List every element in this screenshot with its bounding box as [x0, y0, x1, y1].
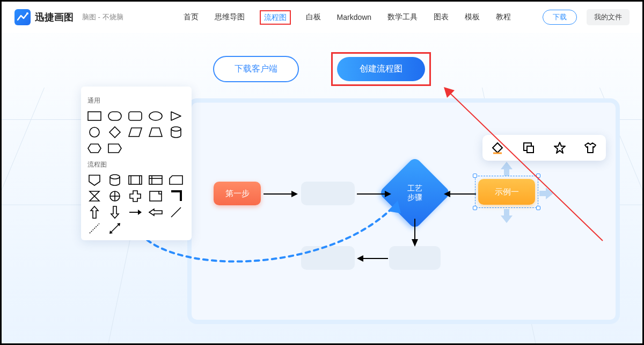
svg-rect-33 [150, 191, 162, 201]
nav-flowchart-highlight: 流程图 [260, 10, 291, 25]
svg-point-16 [171, 127, 181, 131]
shape-rect-icon[interactable] [86, 110, 103, 123]
svg-marker-57 [444, 191, 450, 197]
shape-predefined-icon[interactable] [127, 174, 143, 186]
shape-trapezoid-icon[interactable] [148, 126, 164, 139]
shape-hexagon-icon[interactable] [86, 142, 103, 155]
shape-summing-icon[interactable] [107, 190, 123, 203]
svg-line-3 [2, 88, 45, 343]
create-flowchart-highlight: 创建流程图 [331, 52, 431, 86]
svg-line-41 [111, 224, 119, 233]
selection-outline [475, 176, 538, 208]
svg-rect-8 [108, 112, 121, 120]
shape-collate-icon[interactable] [86, 190, 103, 203]
svg-rect-47 [527, 146, 533, 153]
hero-actions: 下载客户端 创建流程图 [2, 52, 642, 86]
main-nav: 首页 思维导图 流程图 白板 Markdown 数学工具 图表 模板 教程 [182, 10, 513, 25]
brand-logo-icon [14, 9, 31, 25]
shape-arrow-left-icon[interactable] [148, 206, 164, 219]
svg-marker-44 [493, 143, 502, 153]
svg-rect-9 [129, 112, 142, 120]
shape-cylinder-icon[interactable] [168, 126, 184, 139]
shape-roundrect-icon[interactable] [107, 110, 123, 123]
connector-4 [411, 218, 419, 248]
palette-group-general: 通用 [87, 96, 185, 105]
svg-marker-11 [171, 112, 181, 120]
svg-marker-59 [412, 239, 418, 247]
svg-line-39 [171, 207, 181, 217]
shape-bidir-line-icon[interactable] [107, 222, 123, 235]
selection-arrow-up-icon[interactable] [500, 161, 514, 177]
shape-note-icon[interactable] [148, 190, 164, 203]
svg-marker-32 [130, 191, 141, 202]
svg-point-12 [90, 127, 99, 137]
svg-marker-18 [108, 144, 121, 153]
shape-line-icon[interactable] [168, 206, 184, 219]
shape-arrow-up-icon[interactable] [86, 206, 103, 219]
shape-parallelogram-icon[interactable] [127, 126, 143, 139]
shape-internal-icon[interactable] [148, 174, 164, 186]
tool-star-icon[interactable] [552, 140, 567, 155]
svg-rect-7 [88, 112, 101, 120]
nav-mindmap[interactable]: 思维导图 [214, 10, 246, 24]
tool-arrange-icon[interactable] [521, 140, 536, 155]
brand[interactable]: 迅捷画图 脑图 - 不烧脑 [14, 9, 123, 25]
brand-subtitle: 脑图 - 不烧脑 [82, 12, 123, 22]
svg-point-20 [110, 175, 120, 179]
nav-markdown[interactable]: Markdown [336, 11, 373, 24]
nav-home[interactable]: 首页 [182, 10, 200, 24]
nav-template[interactable]: 模板 [464, 10, 481, 24]
tool-fill-icon[interactable] [490, 140, 505, 155]
selection-handle-ne[interactable] [536, 174, 540, 178]
svg-marker-51 [539, 188, 553, 199]
svg-marker-28 [90, 191, 99, 201]
shape-lshape-icon[interactable] [168, 190, 184, 203]
shape-step-icon[interactable] [107, 142, 123, 155]
svg-marker-13 [109, 127, 120, 138]
palette-general-grid [86, 110, 186, 155]
nav-whiteboard[interactable]: 白板 [305, 10, 322, 24]
shape-dashed-line-icon[interactable] [86, 222, 103, 235]
selection-handle-sw[interactable] [473, 206, 477, 210]
svg-marker-15 [149, 128, 162, 136]
header-actions: 下载 我的文件 [543, 9, 630, 25]
selection-handle-se[interactable] [536, 206, 540, 210]
shape-card-icon[interactable] [168, 174, 184, 186]
nav-flowchart[interactable]: 流程图 [264, 13, 287, 21]
node-example-selected[interactable]: 示例一 [478, 179, 535, 205]
nav-tutorial[interactable]: 教程 [495, 10, 512, 24]
download-client-button[interactable]: 下载客户端 [213, 56, 299, 82]
shape-diamond-icon[interactable] [107, 126, 123, 139]
shape-cross-icon[interactable] [127, 190, 143, 203]
app-header: 迅捷画图 脑图 - 不烧脑 首页 思维导图 流程图 白板 Markdown 数学… [2, 2, 642, 33]
svg-marker-14 [129, 128, 142, 136]
shape-roundrect2-icon[interactable] [127, 110, 143, 123]
shape-arrow-right-icon[interactable] [127, 206, 143, 219]
shape-ellipse-icon[interactable] [148, 110, 164, 123]
connector-3 [443, 190, 477, 198]
shape-circle-icon[interactable] [86, 126, 103, 139]
nav-math[interactable]: 数学工具 [386, 10, 419, 24]
shape-database-icon[interactable] [107, 174, 123, 186]
download-button[interactable]: 下载 [543, 10, 577, 25]
svg-marker-64 [444, 87, 455, 98]
tool-shirt-icon[interactable] [583, 140, 598, 155]
nav-chart[interactable]: 图表 [433, 10, 450, 24]
palette-flowchart-grid [86, 174, 186, 235]
svg-marker-37 [138, 210, 142, 215]
svg-point-10 [149, 112, 162, 120]
floating-toolbar [482, 135, 606, 161]
selection-arrow-down-icon[interactable] [500, 208, 514, 224]
selection-arrow-right-icon[interactable] [538, 186, 554, 200]
shape-arrow-down-icon[interactable] [107, 206, 123, 219]
shape-palette: 通用 流程图 [81, 87, 192, 240]
shape-offpage-icon[interactable] [86, 174, 103, 186]
svg-rect-24 [149, 176, 162, 184]
my-files-button[interactable]: 我的文件 [587, 9, 630, 25]
selection-handle-nw[interactable] [473, 174, 477, 178]
svg-marker-17 [88, 144, 101, 153]
shape-triangle-icon[interactable] [168, 110, 184, 123]
create-flowchart-button[interactable]: 创建流程图 [337, 57, 425, 81]
svg-point-0 [26, 12, 28, 15]
svg-marker-19 [89, 175, 100, 185]
